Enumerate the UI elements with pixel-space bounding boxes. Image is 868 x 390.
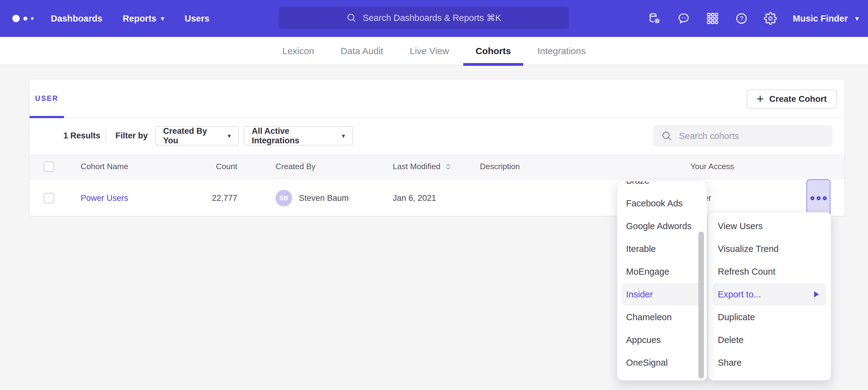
global-search-input[interactable]: Search Dashboards & Reports ⌘K — [279, 7, 569, 29]
sort-icon — [444, 163, 452, 171]
tab-live-view[interactable]: Live View — [397, 37, 461, 65]
created-by-filter-dropdown[interactable]: Created By You ▾ — [155, 126, 239, 145]
cohorts-panel: USER + Create Cohort 1 Results Filter by… — [29, 79, 845, 216]
last-modified-date: Jan 6, 2021 — [393, 193, 436, 203]
feedback-icon[interactable] — [677, 12, 690, 25]
panel-header: USER + Create Cohort — [30, 79, 845, 118]
global-search-placeholder: Search Dashboards & Reports ⌘K — [363, 12, 501, 23]
menu-item-visualize-trend[interactable]: Visualize Trend — [708, 237, 831, 260]
integrations-filter-dropdown[interactable]: All Active Integrations ▾ — [244, 126, 353, 145]
chevron-down-icon: ▾ — [227, 133, 231, 139]
export-destinations-submenu: Braze Facebook Ads Google Adwords Iterab… — [617, 181, 707, 381]
chevron-down-icon: ▾ — [855, 15, 859, 22]
ellipsis-icon — [810, 196, 814, 200]
submenu-item-chameleon[interactable]: Chameleon — [617, 306, 707, 328]
menu-item-delete[interactable]: Delete — [708, 328, 831, 351]
menu-item-share[interactable]: Share — [708, 351, 831, 374]
submenu-scrollbar[interactable] — [699, 232, 704, 379]
export-destinations-list: Braze Facebook Ads Google Adwords Iterab… — [617, 181, 707, 374]
column-header-created-by[interactable]: Created By — [276, 154, 315, 179]
mixpanel-logo-icon[interactable] — [12, 15, 34, 22]
tab-lexicon[interactable]: Lexicon — [270, 37, 326, 65]
submenu-item-moengage[interactable]: MoEngage — [617, 260, 707, 283]
submenu-item-iterable[interactable]: Iterable — [617, 237, 707, 260]
top-navigation-bar: Dashboards Reports▾ Users Search Dashboa… — [0, 0, 868, 37]
divider — [105, 129, 106, 143]
chevron-down-icon: ▾ — [161, 15, 164, 22]
tab-cohorts[interactable]: Cohorts — [463, 37, 523, 65]
filter-by-label: Filter by — [116, 118, 148, 154]
row-actions-button[interactable] — [806, 179, 831, 217]
nav-item-dashboards[interactable]: Dashboards — [51, 13, 102, 24]
settings-icon[interactable] — [764, 12, 777, 25]
create-cohort-button[interactable]: + Create Cohort — [747, 90, 837, 108]
table-header-row: Cohort Name Count Created By Last Modifi… — [30, 154, 845, 179]
apps-grid-icon[interactable] — [706, 12, 719, 25]
cohort-search — [653, 125, 833, 147]
search-icon — [346, 12, 357, 23]
filter-bar: 1 Results Filter by Created By You ▾ All… — [30, 118, 845, 154]
search-icon — [661, 130, 672, 141]
submenu-item-onesignal[interactable]: OneSignal — [617, 351, 707, 374]
menu-item-export-to[interactable]: Export to... — [713, 283, 826, 306]
chevron-down-icon: ▾ — [342, 133, 345, 139]
avatar: SB — [276, 190, 292, 206]
cohort-name-link[interactable]: Power Users — [81, 193, 128, 203]
submenu-item-appcues[interactable]: Appcues — [617, 328, 707, 351]
nav-item-users[interactable]: Users — [185, 13, 210, 24]
column-header-description[interactable]: Description — [480, 154, 520, 179]
tab-user-cohorts[interactable]: USER — [30, 79, 64, 118]
tab-data-audit[interactable]: Data Audit — [329, 37, 396, 65]
menu-item-view-users[interactable]: View Users — [708, 215, 831, 237]
data-management-tabs: Lexicon Data Audit Live View Cohorts Int… — [0, 37, 868, 65]
submenu-item-insider[interactable]: Insider — [622, 283, 703, 306]
submenu-arrow-icon — [814, 291, 819, 297]
column-header-your-access[interactable]: Your Access — [690, 154, 734, 179]
column-header-count[interactable]: Count — [171, 154, 237, 179]
submenu-item-braze[interactable]: Braze — [617, 181, 707, 192]
select-all-checkbox[interactable] — [44, 161, 54, 172]
tab-integrations[interactable]: Integrations — [525, 37, 598, 65]
menu-item-refresh-count[interactable]: Refresh Count — [708, 260, 831, 283]
project-name: Music Finder — [793, 13, 848, 24]
column-header-last-modified[interactable]: Last Modified — [393, 154, 452, 179]
menu-item-duplicate[interactable]: Duplicate — [708, 306, 831, 328]
row-checkbox[interactable] — [44, 193, 54, 203]
submenu-item-facebook-ads[interactable]: Facebook Ads — [617, 192, 707, 215]
column-header-cohort-name[interactable]: Cohort Name — [81, 154, 128, 179]
submenu-item-google-adwords[interactable]: Google Adwords — [617, 215, 707, 237]
data-governance-icon[interactable] — [648, 12, 661, 25]
table-row: Power Users 22,777 SB Steven Baum Jan 6,… — [30, 179, 845, 217]
svg-text:?: ? — [740, 15, 743, 22]
created-by-name: Steven Baum — [299, 193, 349, 203]
cohort-actions-context-menu: View Users Visualize Trend Refresh Count… — [708, 212, 831, 381]
cohort-count: 22,777 — [212, 193, 237, 203]
help-icon[interactable]: ? — [735, 12, 748, 25]
nav-item-reports[interactable]: Reports▾ — [123, 13, 164, 24]
results-count: 1 Results — [63, 118, 100, 154]
project-switcher[interactable]: Music Finder ▾ — [793, 13, 859, 24]
cohort-search-input[interactable] — [678, 131, 825, 141]
